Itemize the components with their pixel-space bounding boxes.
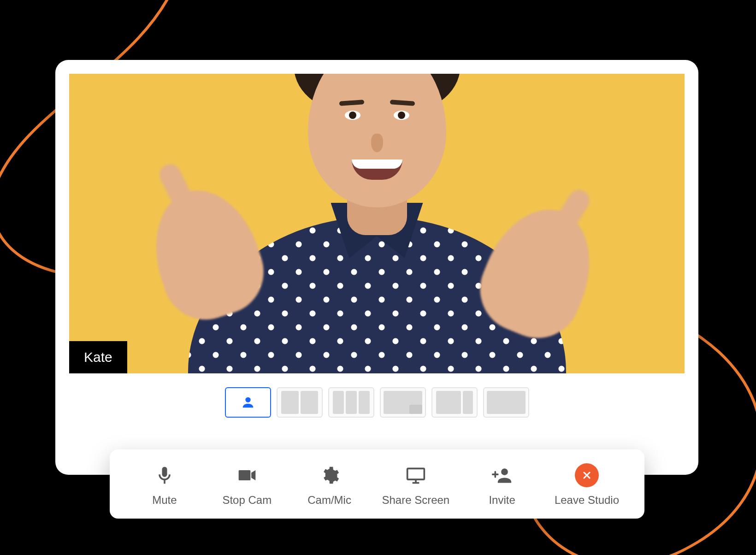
video-feed: Kate (69, 74, 685, 373)
invite-button[interactable]: Invite (472, 463, 532, 507)
monitor-icon (404, 463, 428, 487)
layout-option-single[interactable] (225, 387, 271, 418)
svg-point-5 (501, 468, 508, 475)
gear-icon (318, 463, 342, 487)
share-screen-label: Share Screen (382, 494, 449, 507)
svg-point-0 (245, 397, 250, 402)
leave-studio-button[interactable]: Leave Studio (555, 463, 619, 507)
studio-toolbar: Mute Stop Cam Cam/Mic Share Screen Invit (110, 449, 644, 519)
svg-rect-2 (407, 468, 424, 479)
studio-window: Kate Mute (55, 60, 698, 475)
mute-button[interactable]: Mute (135, 463, 195, 507)
invite-icon (490, 463, 514, 487)
layout-option-full[interactable] (483, 387, 529, 418)
participant-name: Kate (84, 349, 112, 365)
camera-icon (235, 463, 259, 487)
stop-cam-button[interactable]: Stop Cam (217, 463, 277, 507)
layout-option-two-up[interactable] (277, 387, 323, 418)
layout-option-pip[interactable] (380, 387, 426, 418)
layout-option-side[interactable] (431, 387, 478, 418)
layout-option-grid-3[interactable] (328, 387, 374, 418)
presenter-avatar (174, 74, 580, 373)
leave-studio-label: Leave Studio (555, 494, 619, 507)
cam-mic-label: Cam/Mic (307, 494, 351, 507)
mute-label: Mute (152, 494, 177, 507)
cam-mic-settings-button[interactable]: Cam/Mic (300, 463, 360, 507)
participant-name-tag: Kate (69, 341, 127, 373)
invite-label: Invite (489, 494, 515, 507)
layout-picker (55, 387, 698, 418)
svg-rect-1 (164, 480, 165, 484)
mic-icon (153, 463, 177, 487)
share-screen-button[interactable]: Share Screen (382, 463, 449, 507)
stop-cam-label: Stop Cam (222, 494, 272, 507)
close-icon (575, 463, 599, 487)
